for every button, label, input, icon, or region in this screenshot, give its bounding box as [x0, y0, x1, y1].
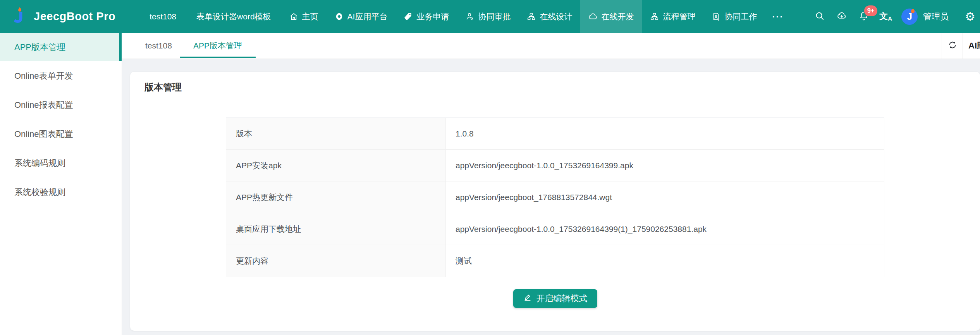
nav-label: 业务申请 [416, 11, 449, 22]
card-title: 版本管理 [144, 81, 182, 93]
sidebar-item-online-chart[interactable]: Online图表配置 [0, 119, 122, 149]
table-row: APP安装apk appVersion/jeecgboot-1.0.0_1753… [226, 150, 884, 181]
page-content: 版本管理 版本 1.0.8 APP安装apk appVersion/jeecgb… [122, 59, 980, 335]
table-row: 更新内容 测试 [226, 245, 884, 277]
field-label: APP热更新文件 [226, 181, 446, 213]
translate-icon: 文A [879, 12, 892, 21]
gear-icon: ⚙ [965, 10, 975, 23]
tab-label: test108 [145, 41, 172, 50]
audit-person-icon [465, 12, 474, 21]
nav-item-collab-work[interactable]: 协同工作 [703, 0, 765, 33]
logo-icon [12, 7, 28, 26]
sitemap-icon [650, 12, 659, 21]
nav-item-test108[interactable]: test108 [139, 0, 186, 33]
edit-button-label: 开启编辑模式 [536, 293, 588, 304]
cloud-icon [588, 12, 597, 21]
table-row: APP热更新文件 appVersion/jeecgboot_1768813572… [226, 181, 884, 213]
sidebar-item-online-form[interactable]: Online表单开发 [0, 61, 122, 90]
nav-item-home[interactable]: 主页 [281, 0, 327, 33]
ai-platform-icon [335, 12, 344, 21]
field-value: appVersion/jeecgboot_1768813572844.wgt [446, 181, 884, 213]
nav-item-flow-mgmt[interactable]: 流程管理 [642, 0, 703, 33]
version-card: 版本管理 版本 1.0.8 APP安装apk appVersion/jeecgb… [130, 72, 980, 331]
user-menu[interactable]: J 管理员 [897, 9, 955, 25]
sidebar-item-check-rule[interactable]: 系统校验规则 [0, 178, 122, 207]
sidebar: APP版本管理 Online表单开发 Online报表配置 Online图表配置… [0, 33, 122, 335]
doc-user-icon [712, 12, 720, 21]
search-icon [815, 11, 825, 22]
ai-assistant-panel-button[interactable]: AI助 [963, 33, 980, 59]
field-label: 更新内容 [226, 245, 446, 277]
nav-label: 协同审批 [478, 11, 511, 22]
nav-more-button[interactable]: ··· [765, 0, 791, 33]
sidebar-item-label: Online表单开发 [14, 70, 73, 82]
field-label: 桌面应用下载地址 [226, 213, 446, 245]
sidebar-item-label: APP版本管理 [14, 41, 65, 53]
ai-assistant-label: AI助 [968, 40, 980, 52]
app-logo[interactable]: JeecgBoot Pro [0, 0, 115, 33]
nav-label: 在线设计 [540, 11, 572, 22]
sitemap-icon [527, 12, 536, 21]
tab-label: APP版本管理 [193, 40, 242, 51]
nav-label: 在线开发 [601, 11, 634, 22]
table-row: 版本 1.0.8 [226, 118, 884, 150]
version-detail-table: 版本 1.0.8 APP安装apk appVersion/jeecgboot-1… [226, 117, 884, 277]
nav-item-collab-approval[interactable]: 协同审批 [457, 0, 519, 33]
nav-label: test108 [150, 12, 176, 21]
field-value: 1.0.8 [446, 118, 884, 149]
notifications-button[interactable]: 9+ [853, 0, 875, 33]
avatar: J [901, 9, 918, 25]
tab-app-version[interactable]: APP版本管理 [180, 33, 256, 59]
cloud-download-icon [837, 11, 847, 22]
nav-item-online-dev[interactable]: 在线开发 [580, 0, 642, 33]
settings-button[interactable]: ⚙ [955, 10, 978, 23]
nav-item-ai-platform[interactable]: AI应用平台 [327, 0, 396, 33]
field-label: APP安装apk [226, 150, 446, 181]
nav-label: 主页 [302, 11, 318, 22]
field-value: 测试 [446, 245, 884, 277]
nav-label: 表单设计器word模板 [196, 11, 271, 22]
app-title: JeecgBoot Pro [34, 10, 115, 23]
sidebar-item-label: 系统编码规则 [14, 157, 65, 169]
sidebar-item-label: Online报表配置 [14, 99, 73, 111]
table-row: 桌面应用下载地址 appVersion/jeecgboot-1.0.0_1753… [226, 213, 884, 245]
ellipsis-icon: ··· [772, 11, 784, 22]
card-header: 版本管理 [130, 72, 980, 103]
field-value: appVersion/jeecgboot-1.0.0_1753269164399… [446, 150, 884, 181]
nav-item-business-apply[interactable]: 业务申请 [395, 0, 457, 33]
top-navbar: JeecgBoot Pro test108 表单设计器word模板 主页 [0, 0, 980, 33]
field-label: 版本 [226, 118, 446, 149]
language-button[interactable]: 文A [875, 0, 897, 33]
search-button[interactable] [808, 0, 830, 33]
tag-icon [404, 12, 413, 21]
enable-edit-mode-button[interactable]: 开启编辑模式 [513, 289, 597, 308]
nav-item-form-designer-word[interactable]: 表单设计器word模板 [186, 0, 281, 33]
main-menu: test108 表单设计器word模板 主页 AI应用平台 [139, 0, 791, 33]
nav-label: AI应用平台 [347, 11, 388, 22]
tab-test108[interactable]: test108 [138, 33, 180, 59]
sidebar-item-label: Online图表配置 [14, 128, 73, 140]
sidebar-item-online-report[interactable]: Online报表配置 [0, 90, 122, 119]
username: 管理员 [923, 11, 949, 22]
refresh-icon [947, 40, 958, 52]
nav-label: 流程管理 [663, 11, 695, 22]
page-tabbar: test108 APP版本管理 AI助 [122, 33, 980, 59]
home-icon [289, 12, 298, 21]
field-value: appVersion/jeecgboot-1.0.0_1753269164399… [446, 213, 884, 245]
nav-item-online-design[interactable]: 在线设计 [519, 0, 580, 33]
sidebar-item-code-rule[interactable]: 系统编码规则 [0, 149, 122, 178]
cloud-sync-button[interactable] [830, 0, 853, 33]
navbar-actions: 9+ 文A J 管理员 ⚙ [808, 0, 980, 33]
edit-pencil-icon [523, 293, 532, 304]
sidebar-item-app-version[interactable]: APP版本管理 [0, 33, 122, 61]
sidebar-item-label: 系统校验规则 [14, 186, 65, 198]
nav-label: 协同工作 [724, 11, 757, 22]
refresh-button[interactable] [942, 33, 963, 59]
